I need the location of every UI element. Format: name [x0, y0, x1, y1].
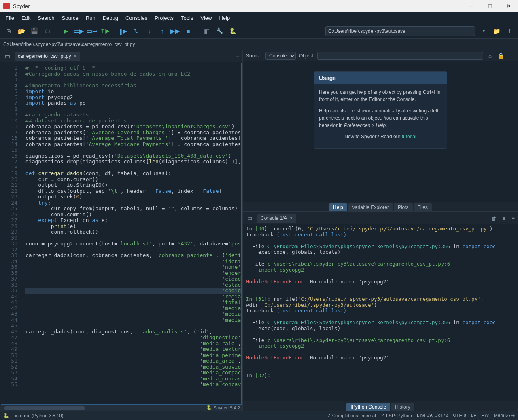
tab-history[interactable]: History [391, 403, 414, 411]
close-button[interactable]: ✕ [499, 0, 518, 12]
titlebar: Spyder ─ □ ✕ [0, 0, 518, 12]
file-browse-icon[interactable]: 🗀 [2, 51, 12, 61]
lsp-status[interactable]: ✓ LSP: Python [381, 413, 412, 418]
console-options-icon[interactable]: ≡ [512, 215, 515, 222]
editor-status: 🐍Spyder: 5.4.2 [206, 405, 240, 410]
tab-help[interactable]: Help [329, 203, 347, 211]
menu-tools[interactable]: Tools [178, 14, 196, 22]
tab-variable-explorer[interactable]: Variable Explorer [348, 203, 393, 211]
minimize-button[interactable]: ─ [462, 0, 481, 12]
console-body[interactable]: In [30]: runcell(0, 'C:/Users/ribei/.spy… [243, 224, 518, 401]
menu-edit[interactable]: Edit [18, 14, 34, 22]
editor-pane: 🗀 carregamento_csv_pt.py ✕ ≡ for(let i=1… [0, 50, 243, 411]
menu-view[interactable]: View [197, 14, 215, 22]
editor-tabbar: 🗀 carregamento_csv_pt.py ✕ ≡ [0, 50, 242, 62]
close-console-icon[interactable]: ✕ [289, 216, 293, 221]
interpreter-status[interactable]: internal (Python 3.8.10) [15, 413, 64, 418]
usage-card: Usage Here you can get help of any objec… [314, 71, 447, 149]
parent-folder-icon[interactable]: ⬆ [505, 27, 514, 36]
menu-debug[interactable]: Debug [100, 14, 121, 22]
console-pane-tabs: IPython Console History [243, 401, 518, 411]
run-cell-advance-icon[interactable]: ▭↦ [87, 27, 96, 36]
usage-p3: New to Spyder? Read our tutorial [319, 133, 442, 140]
window-title: Spyder [13, 3, 30, 9]
debug-step-in-icon[interactable]: ↓ [145, 27, 154, 36]
tutorial-link[interactable]: tutorial [402, 134, 416, 139]
lock-icon[interactable]: 🔒 [497, 53, 504, 59]
console-pane: 🗀 Console 1/A ✕ 🗑 ■ ≡ In [30]: runcell(0… [243, 212, 518, 411]
menu-search[interactable]: Search [34, 14, 57, 22]
code-body[interactable]: # -*- coding: utf-8 -*- #Carregando dado… [21, 63, 241, 404]
editor-options-icon[interactable]: ≡ [236, 53, 239, 60]
breadcrumb: C:\Users\ribei\.spyder-py3\autosave\carr… [0, 39, 518, 50]
tab-files[interactable]: Files [414, 203, 432, 211]
run-selection-icon[interactable]: 𝙸▶ [100, 27, 109, 36]
object-input[interactable] [317, 52, 483, 60]
debug-continue-icon[interactable]: ▶▶ [171, 27, 180, 36]
browse-folder-icon[interactable]: 📁 [492, 27, 501, 36]
menu-run[interactable]: Run [83, 14, 99, 22]
menu-source[interactable]: Source [59, 14, 82, 22]
close-tab-icon[interactable]: ✕ [73, 54, 77, 59]
rw-status: RW [481, 413, 489, 418]
save-icon[interactable]: 💾 [30, 27, 39, 36]
code-editor[interactable]: for(let i=1;i<=55;i++)document.write(i+"… [1, 63, 242, 405]
python-icon: 🐍 [206, 405, 212, 410]
source-label: Source [246, 53, 261, 59]
usage-p2: Help can also be shown automatically aft… [319, 107, 442, 129]
menu-help[interactable]: Help [216, 14, 233, 22]
object-label: Object [299, 53, 313, 59]
line-gutter: for(let i=1;i<=55;i++)document.write(i+"… [1, 63, 21, 404]
python-path-icon[interactable]: 🐍 [228, 27, 237, 36]
eol-status[interactable]: LF [471, 413, 476, 418]
tab-ipython-console[interactable]: IPython Console [346, 403, 390, 411]
menu-file[interactable]: File [2, 14, 17, 22]
run-icon[interactable]: ▶ [62, 27, 70, 36]
save-all-icon[interactable]: 🗂 [43, 27, 52, 36]
interrupt-icon[interactable]: ■ [502, 215, 505, 222]
maximize-button[interactable]: □ [481, 0, 499, 12]
completions-status[interactable]: ✓ Completions: internal [327, 413, 376, 418]
run-cell-icon[interactable]: ▭▶ [74, 27, 83, 36]
editor-scrollbar[interactable]: 🐍Spyder: 5.4.2 [0, 405, 242, 411]
encoding-status[interactable]: UTF-8 [453, 413, 466, 418]
help-toolbar: Source Console Object ⌂ 🔒 ≡ [243, 50, 518, 61]
editor-tab[interactable]: carregamento_csv_pt.py ✕ [15, 52, 80, 61]
debug-play-icon[interactable]: ‖▶ [119, 27, 128, 36]
source-select[interactable]: Console [265, 52, 296, 60]
chevron-down-icon[interactable]: ▾ [479, 27, 488, 36]
open-file-icon[interactable]: 📂 [17, 27, 26, 36]
spyder-logo-icon [3, 3, 10, 9]
help-options-icon[interactable]: ≡ [507, 53, 515, 59]
debug-stop-icon[interactable]: ■ [184, 27, 193, 36]
usage-title: Usage [314, 72, 447, 84]
debug-step-icon[interactable]: ↻ [132, 27, 141, 36]
console-browse-icon[interactable]: 🗀 [245, 215, 255, 221]
debug-step-out-icon[interactable]: ↑ [158, 27, 167, 36]
console-tab[interactable]: Console 1/A ✕ [257, 214, 296, 223]
tab-plots[interactable]: Plots [394, 203, 413, 211]
usage-p1: Here you can get help of any object by p… [319, 89, 442, 103]
preferences-icon[interactable]: 🔧 [215, 27, 224, 36]
home-icon[interactable]: ⌂ [486, 53, 494, 59]
menubar: File Edit Search Source Run Debug Consol… [0, 12, 518, 23]
console-tabbar: 🗀 Console 1/A ✕ 🗑 ■ ≡ [243, 212, 518, 224]
maximize-pane-icon[interactable]: ◧ [202, 27, 211, 36]
cursor-position: Line 39, Col 72 [417, 413, 448, 418]
help-body: Usage Here you can get help of any objec… [243, 61, 518, 202]
python-interp-icon: 🐍 [3, 413, 9, 418]
help-pane-tabs: Help Variable Explorer Plots Files [243, 202, 518, 211]
memory-status: Mem 57% [494, 413, 515, 418]
working-dir-input[interactable]: C:\Users\ribei\.spyder-py3\autosave [325, 26, 475, 36]
trash-icon[interactable]: 🗑 [491, 215, 497, 222]
menu-projects[interactable]: Projects [151, 14, 177, 22]
new-file-icon[interactable]: 🗎 [4, 27, 13, 36]
statusbar: 🐍 internal (Python 3.8.10) ✓ Completions… [0, 411, 518, 420]
menu-consoles[interactable]: Consoles [122, 14, 151, 22]
scrollbar-thumb[interactable] [4, 406, 85, 410]
toolbar: 🗎 📂 💾 🗂 ▶ ▭▶ ▭↦ 𝙸▶ ‖▶ ↻ ↓ ↑ ▶▶ ■ ◧ 🔧 🐍 C… [0, 23, 518, 39]
